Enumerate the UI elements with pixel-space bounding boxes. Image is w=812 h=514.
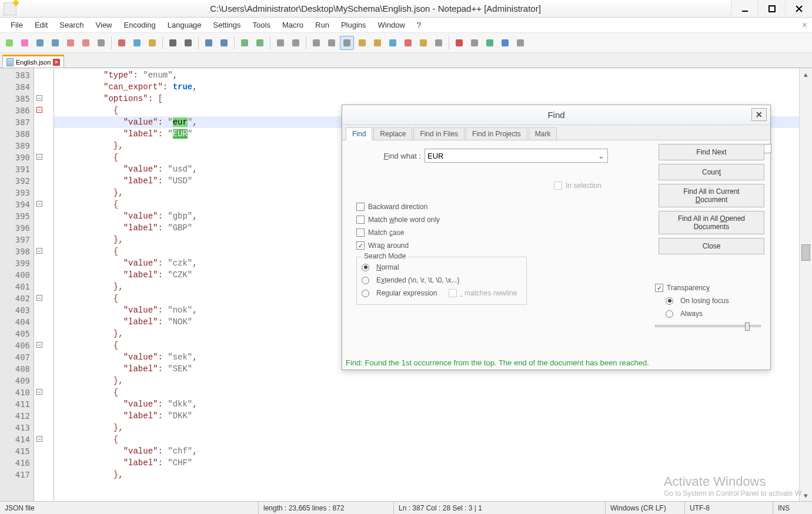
menu-file[interactable]: File — [5, 19, 29, 31]
menu-tools[interactable]: Tools — [247, 19, 276, 31]
menu-macro[interactable]: Macro — [276, 19, 309, 31]
user-lang-icon[interactable] — [355, 36, 369, 50]
wordwrap-icon[interactable] — [309, 36, 323, 50]
zoom-out-icon[interactable] — [253, 36, 267, 50]
stop-macro-icon[interactable] — [467, 36, 482, 50]
fold-toggle-icon[interactable]: − — [36, 342, 42, 348]
find-all-current-button[interactable]: Find All in CurrentDocument — [659, 184, 764, 207]
maximize-button[interactable] — [758, 0, 785, 17]
fold-toggle-icon[interactable]: − — [36, 295, 42, 301]
fold-toggle-icon[interactable]: − — [36, 95, 42, 101]
close-window-button[interactable] — [785, 0, 812, 17]
find-dialog: Find ✕ FindReplaceFind in FilesFind in P… — [342, 105, 771, 370]
close-button[interactable]: Close — [659, 238, 764, 254]
close-icon[interactable] — [64, 36, 78, 50]
find-tab-find-in-files[interactable]: Find in Files — [413, 127, 465, 140]
tab-close-icon[interactable]: ✕ — [53, 59, 60, 66]
show-all-chars-icon[interactable] — [325, 36, 339, 50]
menu-run[interactable]: Run — [309, 19, 335, 31]
search-mode-normal[interactable]: Normal — [362, 261, 522, 274]
find-what-input[interactable]: EUR ⌄ — [425, 149, 608, 163]
svg-rect-9 — [118, 39, 125, 46]
status-position: Ln : 387 Col : 28 Sel : 3 | 1 — [394, 502, 606, 514]
fold-toggle-icon[interactable]: − — [36, 107, 42, 113]
menu-language[interactable]: Language — [162, 19, 208, 31]
scroll-up-icon[interactable]: ▴ — [800, 68, 812, 80]
find-all-opened-button[interactable]: Find All in All OpenedDocuments — [659, 211, 764, 234]
menu-search[interactable]: Search — [54, 19, 89, 31]
find-dialog-title-bar[interactable]: Find ✕ — [342, 105, 770, 125]
svg-rect-0 — [742, 11, 748, 12]
transparency-checkbox[interactable]: Transparency — [655, 281, 761, 294]
folder-workspace-icon[interactable] — [416, 36, 430, 50]
menu-window[interactable]: Window — [372, 19, 411, 31]
find-what-label: Find what : — [356, 152, 421, 160]
menu-plugins[interactable]: Plugins — [335, 19, 372, 31]
status-eol: Windows (CR LF) — [606, 502, 685, 514]
fold-toggle-icon[interactable]: − — [36, 436, 42, 442]
transparency-on-losing-focus[interactable]: On losing focus — [666, 294, 761, 307]
search-mode-regex[interactable]: Regular expression . matches newline — [362, 287, 522, 300]
menu-edit[interactable]: Edit — [29, 19, 54, 31]
transparency-slider[interactable] — [655, 325, 761, 327]
vertical-scrollbar[interactable]: ▴ ▾ — [799, 68, 812, 501]
menu-settings[interactable]: Settings — [208, 19, 247, 31]
svg-rect-27 — [420, 39, 427, 46]
run-multiple-icon[interactable] — [498, 36, 512, 50]
menu-encoding[interactable]: Encoding — [118, 19, 162, 31]
replace-icon[interactable] — [217, 36, 231, 50]
save-macro-icon[interactable] — [513, 36, 527, 50]
paste-icon[interactable] — [145, 36, 159, 50]
menu-?[interactable]: ? — [411, 19, 427, 31]
zoom-in-icon[interactable] — [238, 36, 252, 50]
cut-icon[interactable] — [115, 36, 129, 50]
record-macro-icon[interactable] — [452, 36, 466, 50]
search-mode-extended[interactable]: Extended (\n, \r, \t, \0, \x...) — [362, 274, 522, 287]
chevron-down-icon[interactable]: ⌄ — [597, 152, 605, 160]
find-tab-replace[interactable]: Replace — [373, 127, 412, 140]
svg-rect-2 — [6, 39, 13, 46]
sync-v-icon[interactable] — [273, 36, 288, 50]
print-icon[interactable] — [94, 36, 108, 50]
new-file-icon[interactable] — [2, 36, 16, 50]
fold-toggle-icon[interactable]: − — [36, 389, 42, 395]
fold-toggle-icon[interactable]: − — [36, 154, 42, 160]
find-tab-find-in-projects[interactable]: Find in Projects — [466, 127, 527, 140]
menu-view[interactable]: View — [90, 19, 118, 31]
play-macro-icon[interactable] — [483, 36, 497, 50]
find-next-button[interactable]: Find Next — [659, 144, 764, 160]
open-file-icon[interactable] — [18, 36, 32, 50]
save-icon[interactable] — [33, 36, 47, 50]
redo-icon[interactable] — [181, 36, 195, 50]
find-tab-find[interactable]: Find — [346, 127, 372, 140]
transparency-always[interactable]: Always — [666, 307, 761, 320]
func-list-icon[interactable] — [401, 36, 415, 50]
monitor-icon[interactable] — [432, 36, 446, 50]
doc-list-icon[interactable] — [386, 36, 400, 50]
file-tab[interactable]: English.json ✕ — [2, 55, 64, 68]
close-all-icon[interactable] — [79, 36, 93, 50]
svg-rect-15 — [220, 39, 228, 46]
minimize-button[interactable] — [731, 0, 758, 17]
menubar-close-icon[interactable]: × — [802, 20, 807, 31]
doc-map-icon[interactable] — [370, 36, 385, 50]
save-all-icon[interactable] — [48, 36, 62, 50]
find-tab-mark[interactable]: Mark — [529, 127, 557, 140]
svg-rect-24 — [374, 39, 381, 46]
svg-rect-18 — [277, 39, 284, 46]
scroll-thumb[interactable] — [801, 244, 810, 261]
indent-guide-icon[interactable] — [340, 36, 354, 50]
fold-column[interactable]: −−−−−−−−− — [34, 68, 54, 501]
count-button[interactable]: Count — [659, 164, 764, 180]
scroll-down-icon[interactable]: ▾ — [800, 489, 812, 501]
fold-toggle-icon[interactable]: − — [36, 248, 42, 254]
find-dialog-close-button[interactable]: ✕ — [751, 108, 767, 121]
svg-rect-8 — [98, 39, 105, 46]
find-icon[interactable] — [202, 36, 216, 50]
svg-rect-28 — [435, 39, 442, 46]
sync-h-icon[interactable] — [289, 36, 303, 50]
undo-icon[interactable] — [166, 36, 180, 50]
fold-toggle-icon[interactable]: − — [36, 201, 42, 207]
slider-knob[interactable] — [745, 322, 750, 331]
copy-icon[interactable] — [130, 36, 144, 50]
